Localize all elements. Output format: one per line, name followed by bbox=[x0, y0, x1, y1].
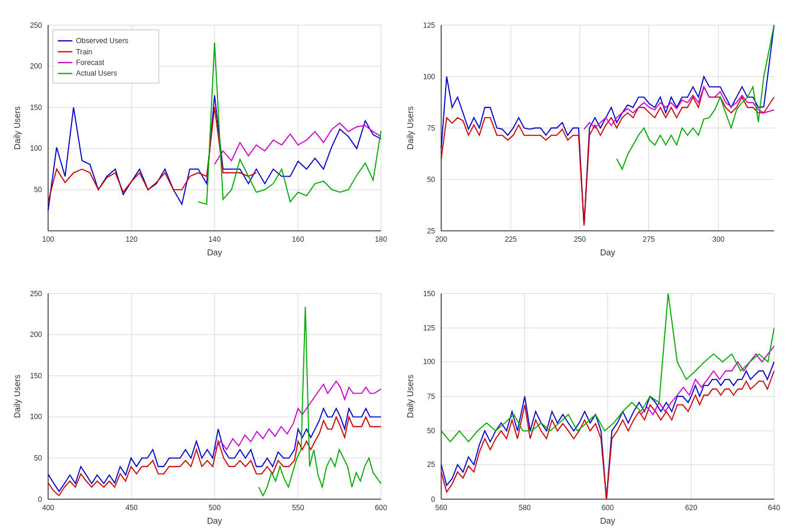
svg-text:250: 250 bbox=[30, 21, 43, 30]
svg-text:Day: Day bbox=[207, 516, 222, 525]
observed-users-line-tr bbox=[441, 25, 774, 225]
svg-text:0: 0 bbox=[431, 495, 435, 504]
svg-text:200: 200 bbox=[30, 330, 43, 339]
svg-text:150: 150 bbox=[30, 103, 43, 112]
chart-bottom-right: .axis-label4 { font-size: 14px; fill: #3… bbox=[405, 280, 786, 532]
svg-text:Forecast: Forecast bbox=[76, 59, 105, 67]
svg-text:600: 600 bbox=[602, 504, 614, 512]
svg-text:550: 550 bbox=[292, 504, 304, 512]
chart-top-left: .axis-label { font-size: 14px; fill: #33… bbox=[12, 12, 393, 268]
svg-text:100: 100 bbox=[423, 73, 436, 81]
svg-text:Train: Train bbox=[76, 48, 93, 56]
svg-text:150: 150 bbox=[423, 290, 436, 298]
svg-text:100: 100 bbox=[30, 413, 43, 421]
chart-bottom-right-cell: .axis-label4 { font-size: 14px; fill: #3… bbox=[399, 274, 792, 532]
forecast-line-bl bbox=[215, 381, 381, 450]
svg-text:50: 50 bbox=[427, 176, 436, 184]
svg-text:75: 75 bbox=[427, 124, 436, 132]
actual-users-line-bl bbox=[259, 307, 381, 495]
svg-text:Daily Users: Daily Users bbox=[12, 375, 22, 418]
svg-text:140: 140 bbox=[209, 235, 221, 244]
svg-text:50: 50 bbox=[34, 454, 43, 462]
svg-text:560: 560 bbox=[435, 504, 447, 512]
chart-top-left-cell: .axis-label { font-size: 14px; fill: #33… bbox=[6, 6, 399, 274]
svg-text:25: 25 bbox=[427, 460, 436, 469]
svg-text:225: 225 bbox=[505, 235, 517, 244]
svg-text:500: 500 bbox=[209, 504, 221, 512]
chart-top-right: .axis-label2 { font-size: 14px; fill: #3… bbox=[405, 12, 786, 268]
svg-text:200: 200 bbox=[435, 235, 447, 244]
svg-text:Daily Users: Daily Users bbox=[406, 375, 415, 418]
chart-bottom-left-cell: .axis-label3 { font-size: 14px; fill: #3… bbox=[6, 274, 399, 532]
svg-text:100: 100 bbox=[423, 358, 436, 366]
svg-text:580: 580 bbox=[518, 504, 531, 512]
svg-text:Day: Day bbox=[600, 516, 615, 525]
svg-text:620: 620 bbox=[685, 504, 698, 512]
svg-text:300: 300 bbox=[712, 235, 725, 244]
charts-grid: .axis-label { font-size: 14px; fill: #33… bbox=[0, 0, 798, 532]
svg-text:100: 100 bbox=[42, 235, 54, 244]
svg-text:200: 200 bbox=[30, 62, 43, 70]
svg-text:275: 275 bbox=[643, 235, 655, 244]
svg-text:25: 25 bbox=[427, 227, 436, 235]
actual-users-line-tl bbox=[198, 43, 381, 204]
svg-text:450: 450 bbox=[125, 504, 138, 512]
forecast-line-tl bbox=[215, 123, 381, 164]
svg-text:250: 250 bbox=[574, 235, 586, 244]
svg-text:50: 50 bbox=[427, 427, 436, 435]
chart-top-right-cell: .axis-label2 { font-size: 14px; fill: #3… bbox=[399, 6, 792, 274]
svg-text:Daily Users: Daily Users bbox=[406, 106, 415, 150]
svg-text:400: 400 bbox=[42, 504, 54, 512]
svg-text:75: 75 bbox=[427, 392, 436, 401]
svg-text:120: 120 bbox=[125, 235, 138, 244]
svg-text:125: 125 bbox=[423, 21, 436, 30]
svg-text:50: 50 bbox=[34, 186, 43, 194]
svg-text:180: 180 bbox=[375, 235, 387, 244]
svg-text:Observed Users: Observed Users bbox=[76, 37, 129, 45]
svg-text:Actual Users: Actual Users bbox=[76, 69, 118, 77]
svg-text:Daily Users: Daily Users bbox=[12, 106, 22, 150]
svg-text:640: 640 bbox=[768, 504, 780, 512]
svg-text:250: 250 bbox=[30, 290, 43, 298]
train-line-tl bbox=[48, 108, 256, 202]
svg-text:0: 0 bbox=[38, 495, 42, 504]
svg-text:160: 160 bbox=[292, 235, 304, 244]
chart-bottom-left: .axis-label3 { font-size: 14px; fill: #3… bbox=[12, 280, 393, 532]
svg-text:Day: Day bbox=[207, 248, 222, 257]
svg-text:150: 150 bbox=[30, 372, 43, 380]
svg-text:125: 125 bbox=[423, 324, 436, 332]
svg-text:100: 100 bbox=[30, 144, 43, 153]
svg-text:600: 600 bbox=[375, 504, 387, 512]
svg-text:Day: Day bbox=[600, 248, 615, 257]
